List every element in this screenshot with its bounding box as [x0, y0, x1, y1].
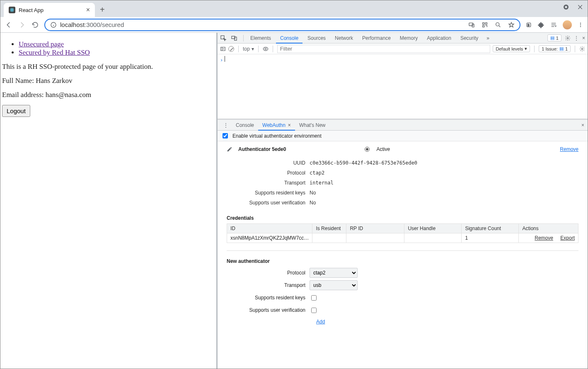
drawer-tab-whatsnew[interactable]: What's New	[295, 120, 330, 131]
resident-value: No	[310, 190, 316, 196]
table-header-row: ID Is Resident RP ID User Handle Signatu…	[227, 224, 578, 233]
tab-title: React App	[19, 7, 44, 13]
browser-tab-strip: React App × +	[0, 0, 588, 17]
tab-memory[interactable]: Memory	[396, 33, 422, 44]
cred-rp-id	[346, 233, 404, 243]
back-button[interactable]	[5, 21, 13, 29]
svg-text:B: B	[528, 23, 530, 26]
new-transport-select[interactable]: usb	[310, 280, 358, 290]
protocol-label: Protocol	[227, 170, 305, 176]
tab-network[interactable]: Network	[331, 33, 357, 44]
enable-virtual-auth-checkbox[interactable]	[223, 133, 228, 138]
bookmark-star-icon[interactable]	[508, 22, 515, 28]
remove-authenticator-link[interactable]: Remove	[560, 146, 578, 152]
credentials-heading: Credentials	[227, 215, 578, 221]
active-radio[interactable]	[365, 147, 370, 152]
svg-point-34	[581, 48, 583, 50]
col-actions[interactable]: Actions	[519, 224, 578, 233]
url-input[interactable]: localhost:3000/secured	[44, 19, 520, 31]
add-authenticator-link[interactable]: Add	[316, 319, 325, 325]
device-toolbar-icon[interactable]	[231, 35, 241, 41]
browser-tab[interactable]: React App ×	[4, 3, 95, 17]
reload-button[interactable]	[31, 21, 39, 29]
cred-id: xsnN8MpA1zXmrQKZ2JqMW7cc…	[227, 233, 312, 243]
col-sig-count[interactable]: Signature Count	[462, 224, 519, 233]
cred-user-handle	[404, 233, 462, 243]
tab-console[interactable]: Console	[276, 33, 302, 44]
drawer-tab-webauthn[interactable]: WebAuthn×	[258, 120, 295, 131]
tab-elements[interactable]: Elements	[246, 33, 275, 44]
uuid-label: UUID	[227, 160, 305, 166]
new-resident-label: Supports resident keys	[227, 295, 305, 301]
secured-page-link[interactable]: Secured by Red Hat SSO	[19, 49, 90, 56]
console-output[interactable]: ›	[218, 54, 588, 120]
console-filter-input[interactable]	[277, 45, 491, 53]
authenticator-title: Authenticator 5ede0	[238, 146, 286, 152]
react-favicon	[9, 7, 15, 13]
console-settings-icon[interactable]	[579, 46, 585, 52]
error-count-badge[interactable]: ▤1	[547, 34, 561, 41]
forward-button[interactable]	[18, 21, 26, 29]
devtools-close-icon[interactable]: ×	[582, 35, 585, 41]
account-status-icon[interactable]	[563, 4, 569, 10]
url-host: localhost:3000/secured	[60, 21, 124, 28]
drawer-tab-bar: ⋮ Console WebAuthn× What's New ×	[218, 120, 588, 131]
tab-sources[interactable]: Sources	[303, 33, 330, 44]
issues-badge[interactable]: 1 Issue: ▤ 1	[539, 45, 571, 52]
devtools-menu-icon[interactable]: ⋮	[574, 35, 579, 41]
svg-point-30	[567, 37, 569, 39]
col-rp-id[interactable]: RP ID	[346, 224, 404, 233]
transport-value: internal	[310, 180, 334, 186]
clear-console-icon[interactable]	[228, 46, 234, 52]
tab-performance[interactable]: Performance	[358, 33, 395, 44]
zoom-icon[interactable]	[495, 22, 501, 28]
svg-rect-15	[483, 25, 484, 27]
inspect-element-icon[interactable]	[220, 35, 230, 41]
svg-point-24	[580, 22, 581, 23]
drawer-menu-icon[interactable]: ⋮	[220, 122, 232, 128]
col-user-handle[interactable]: User Handle	[404, 224, 462, 233]
tab-close-icon[interactable]: ×	[86, 6, 90, 14]
svg-point-26	[580, 26, 581, 27]
new-protocol-select[interactable]: ctap2	[310, 268, 358, 278]
credentials-table: ID Is Resident RP ID User Handle Signatu…	[227, 223, 578, 243]
console-prompt-icon: ›	[220, 57, 223, 63]
window-close-icon[interactable]	[577, 4, 583, 10]
col-is-resident[interactable]: Is Resident	[312, 224, 346, 233]
cred-remove-link[interactable]: Remove	[535, 235, 553, 241]
qr-icon[interactable]	[482, 22, 488, 28]
tab-application[interactable]: Application	[423, 33, 455, 44]
userver-label: Supports user verification	[227, 200, 305, 206]
uuid-value: c0e3366c-b590-442f-9428-6753e765ede0	[310, 160, 417, 166]
close-drawer-tab-icon[interactable]: ×	[288, 122, 291, 128]
tabs-overflow-icon[interactable]: »	[483, 35, 493, 41]
new-resident-checkbox[interactable]	[311, 295, 317, 301]
edit-icon[interactable]	[227, 146, 232, 152]
chrome-menu-icon[interactable]	[578, 22, 583, 28]
new-tab-button[interactable]: +	[100, 5, 105, 17]
cred-export-link[interactable]: Export	[560, 235, 575, 241]
unsecured-page-link[interactable]: Unsecured page	[19, 40, 64, 48]
drawer-close-icon[interactable]: ×	[581, 122, 584, 128]
logout-button[interactable]: Logout	[2, 105, 30, 117]
col-id[interactable]: ID	[227, 224, 312, 233]
new-userver-checkbox[interactable]	[311, 308, 317, 313]
table-row: xsnN8MpA1zXmrQKZ2JqMW7cc… 1 Remove Expor…	[227, 233, 578, 243]
site-info-icon[interactable]	[50, 22, 57, 28]
profile-avatar[interactable]	[563, 20, 572, 29]
devtools-settings-icon[interactable]	[565, 35, 571, 41]
log-levels-selector[interactable]: Default levels ▾	[493, 45, 530, 52]
reading-list-icon[interactable]	[550, 22, 557, 28]
device-icon[interactable]	[468, 22, 475, 28]
context-selector[interactable]: top ▾	[243, 46, 254, 52]
extension-icon[interactable]: B	[525, 22, 532, 28]
enable-virtual-auth-label: Enable virtual authenticator environment	[232, 133, 322, 139]
console-toolbar: top ▾ Default levels ▾ 1 Issue: ▤ 1	[218, 44, 588, 54]
drawer-tab-console[interactable]: Console	[232, 120, 258, 131]
svg-point-25	[580, 24, 581, 25]
toggle-console-sidebar-icon[interactable]	[220, 46, 226, 52]
live-expression-icon[interactable]	[263, 46, 269, 52]
extensions-puzzle-icon[interactable]	[538, 22, 544, 28]
protocol-value: ctap2	[310, 170, 324, 176]
tab-security[interactable]: Security	[456, 33, 482, 44]
